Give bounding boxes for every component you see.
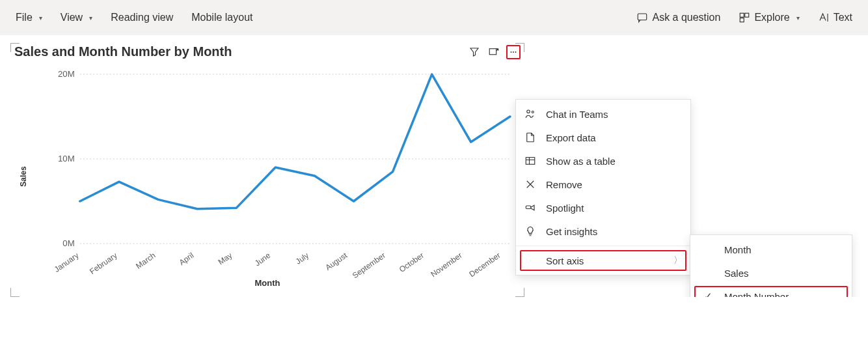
svg-rect-0: [638, 14, 647, 20]
close-icon: [524, 178, 536, 190]
filter-button[interactable]: [467, 45, 481, 59]
svg-text:10M: 10M: [58, 154, 75, 163]
resize-handle-bl[interactable]: [10, 288, 20, 297]
get-insights-item[interactable]: Get insights: [516, 219, 690, 243]
sort-by-month-item[interactable]: Month: [690, 238, 852, 261]
svg-text:January: January: [53, 251, 81, 274]
svg-rect-28: [526, 158, 535, 165]
explore-button[interactable]: Explore: [731, 8, 807, 27]
svg-text:September: September: [351, 251, 387, 280]
text-label: Text: [834, 12, 852, 23]
export-icon: [524, 132, 536, 143]
sort-axis-item[interactable]: Sort axis 〉: [516, 249, 690, 272]
view-menu[interactable]: View: [53, 8, 100, 27]
svg-point-27: [532, 111, 534, 113]
file-menu[interactable]: File: [8, 8, 50, 27]
ask-label: Ask a question: [652, 12, 720, 23]
show-as-table-item[interactable]: Show as a table: [516, 149, 690, 173]
svg-rect-1: [740, 13, 744, 17]
menu-label: Remove: [546, 179, 683, 190]
svg-text:20M: 20M: [58, 70, 75, 79]
svg-text:0M: 0M: [62, 238, 74, 247]
menu-label: Get insights: [546, 226, 683, 237]
chevron-right-icon: 〉: [673, 255, 683, 266]
chat-icon: [636, 12, 648, 23]
more-options-menu: Chat in Teams Export data Show as a tabl…: [515, 99, 691, 275]
bulb-icon: [524, 225, 536, 237]
svg-rect-4: [489, 48, 496, 54]
sort-axis-submenu: Month Sales ✓ Month Number Sort descendi…: [690, 234, 852, 297]
menu-label: Spotlight: [546, 203, 683, 214]
ask-question-button[interactable]: Ask a question: [629, 8, 728, 27]
teams-icon: [524, 108, 536, 120]
svg-rect-2: [745, 13, 749, 17]
sort-by-month-number-item[interactable]: ✓ Month Number: [690, 285, 852, 297]
text-icon: [818, 12, 830, 23]
spotlight-icon: [524, 202, 536, 214]
svg-text:October: October: [398, 251, 426, 274]
svg-point-6: [513, 51, 514, 53]
menu-label: Month: [724, 244, 844, 255]
x-axis-label: Month: [17, 278, 518, 288]
y-axis-label: Sales: [19, 166, 28, 186]
svg-text:April: April: [178, 251, 196, 267]
filter-icon: [468, 46, 480, 58]
menu-label: Sort axis: [546, 255, 664, 266]
svg-text:July: July: [294, 251, 311, 266]
text-button[interactable]: Text: [810, 8, 860, 27]
svg-text:March: March: [134, 251, 157, 271]
chart-title: Sales and Month Number by Month: [14, 44, 232, 59]
check-icon: ✓: [702, 290, 714, 297]
svg-text:December: December: [467, 251, 502, 279]
chart-visual[interactable]: Sales and Month Number by Month Sales 0M…: [10, 43, 524, 297]
explore-icon: [739, 12, 750, 23]
resize-handle-tl[interactable]: [10, 43, 20, 52]
svg-point-26: [527, 110, 530, 113]
explore-label: Explore: [754, 12, 789, 23]
svg-rect-29: [526, 206, 531, 209]
focus-mode-button[interactable]: [487, 45, 501, 59]
svg-text:June: June: [253, 251, 273, 268]
svg-rect-3: [740, 18, 744, 22]
mobile-layout-button[interactable]: Mobile layout: [183, 8, 260, 27]
resize-handle-tr[interactable]: [515, 43, 524, 52]
table-icon: [524, 155, 536, 167]
svg-text:February: February: [88, 251, 118, 276]
menu-label: Month Number: [724, 291, 844, 298]
focus-icon: [488, 46, 500, 58]
menu-label: Show as a table: [546, 156, 683, 167]
reading-view-button[interactable]: Reading view: [103, 8, 181, 27]
svg-text:May: May: [217, 251, 234, 266]
chart-area: Sales 0M10M20M JanuaryFebruaryMarchApril…: [17, 65, 518, 288]
spotlight-item[interactable]: Spotlight: [516, 196, 690, 219]
chat-in-teams-item[interactable]: Chat in Teams: [516, 102, 690, 126]
menu-label: Sales: [724, 268, 844, 279]
resize-handle-br[interactable]: [515, 288, 524, 297]
sort-by-sales-item[interactable]: Sales: [690, 261, 852, 285]
remove-item[interactable]: Remove: [516, 173, 690, 196]
menu-divider: [516, 246, 690, 246]
svg-text:August: August: [323, 251, 349, 272]
line-chart: 0M10M20M: [51, 70, 515, 247]
menu-label: Chat in Teams: [546, 109, 683, 120]
svg-point-5: [511, 51, 512, 53]
export-data-item[interactable]: Export data: [516, 126, 690, 149]
svg-text:November: November: [429, 251, 463, 279]
top-toolbar: File View Reading view Mobile layout Ask…: [0, 0, 868, 35]
menu-label: Export data: [546, 132, 683, 143]
